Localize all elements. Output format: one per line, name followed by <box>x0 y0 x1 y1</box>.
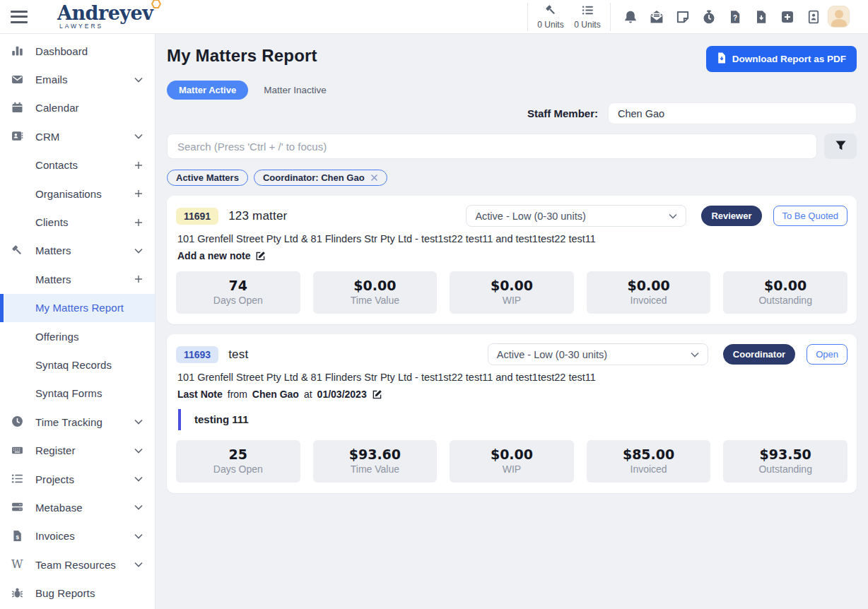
open-envelope-icon[interactable] <box>650 10 664 24</box>
sidebar-item-offerings[interactable]: Offerings <box>0 322 155 350</box>
sidebar-item-team-resources[interactable]: W Team Resources <box>0 550 155 579</box>
contact-card-icon[interactable] <box>807 10 821 24</box>
filter-chip-coordinator[interactable]: Coordinator: Chen Gao <box>254 170 387 186</box>
sidebar-item-label: Clients <box>35 216 134 228</box>
stat-label: Invoiced <box>587 295 711 306</box>
sidebar-item-label: Projects <box>35 473 134 485</box>
stat-value: 25 <box>176 447 300 462</box>
edit-note-icon[interactable] <box>372 389 382 400</box>
stat-value: $85.00 <box>587 447 711 462</box>
chevron-down-icon <box>134 532 143 540</box>
sidebar-item-organisations[interactable]: Organisations <box>0 179 155 208</box>
staff-member-input[interactable] <box>608 102 857 124</box>
add-note-link[interactable]: Add a new note <box>177 250 250 261</box>
brand-logo[interactable]: Andreyev LAWYERS <box>57 4 153 30</box>
list-units-counter[interactable]: 0 Units <box>569 4 606 30</box>
stat-time-value: $93.60 Time Value <box>313 440 438 483</box>
plus-icon[interactable] <box>134 161 143 170</box>
chip-label: Coordinator: Chen Gao <box>263 172 365 183</box>
stat-invoiced: $0.00 Invoiced <box>587 271 711 314</box>
stat-value: $0.00 <box>587 278 711 293</box>
search-input[interactable] <box>167 134 817 159</box>
last-note-at-word: at <box>304 389 312 400</box>
chevron-down-icon <box>134 247 143 255</box>
sidebar-item-label: Matters <box>35 273 134 285</box>
brand-name: Andreyev <box>57 4 153 23</box>
stat-label: Time Value <box>313 463 438 475</box>
file-question-icon[interactable]: ? <box>728 10 742 24</box>
sidebar-item-label: CRM <box>35 131 134 143</box>
sidebar-item-label: Register <box>35 444 134 456</box>
gavel-icon <box>11 244 27 257</box>
sidebar-item-metabase[interactable]: Metabase <box>0 493 155 521</box>
filter-chip-active-matters[interactable]: Active Matters <box>167 170 248 186</box>
sidebar-item-matters-sub[interactable]: Matters <box>0 265 155 293</box>
stat-outstanding: $0.00 Outstanding <box>723 271 848 314</box>
sidebar-item-syntaq-forms[interactable]: Syntaq Forms <box>0 379 155 408</box>
close-icon[interactable] <box>370 174 378 182</box>
plus-icon[interactable] <box>134 275 143 283</box>
list-icon <box>11 473 27 485</box>
last-note-prefix: Last Note <box>177 389 223 400</box>
sidebar-item-label: My Matters Report <box>35 302 143 314</box>
sidebar-item-crm[interactable]: CRM <box>0 122 155 150</box>
sidebar-item-projects[interactable]: Projects <box>0 465 155 493</box>
sidebar-item-label: Syntaq Forms <box>35 387 143 399</box>
sidebar-item-matters[interactable]: Matters <box>0 237 155 265</box>
sidebar-item-label: Team Resources <box>35 559 134 571</box>
svg-text:?: ? <box>733 13 737 21</box>
top-header: Andreyev LAWYERS 0 Units 0 Units <box>0 0 868 34</box>
stat-value: $93.60 <box>313 447 438 462</box>
sidebar-item-emails[interactable]: Emails <box>0 65 155 93</box>
envelope-icon <box>11 73 27 86</box>
sidebar-item-register[interactable]: Register <box>0 436 155 464</box>
calendar-icon <box>11 102 27 114</box>
matter-card: 11691 123 matter Active - Low (0-30 unit… <box>167 196 857 324</box>
chevron-down-icon <box>134 503 143 512</box>
matter-title: 123 matter <box>228 209 287 223</box>
stat-value: $93.50 <box>723 447 848 462</box>
plus-square-icon[interactable] <box>780 10 794 24</box>
filter-button[interactable] <box>824 134 857 159</box>
plus-icon[interactable] <box>134 189 143 198</box>
last-note-author: Chen Gao <box>252 389 299 400</box>
tab-matter-inactive[interactable]: Matter Inactive <box>264 85 327 95</box>
user-avatar[interactable] <box>828 6 850 28</box>
sidebar-item-dashboard[interactable]: Dashboard <box>0 37 155 65</box>
stat-outstanding: $93.50 Outstanding <box>723 440 848 483</box>
sticky-note-icon[interactable] <box>676 10 690 24</box>
chevron-down-icon <box>691 350 699 359</box>
matter-state-button[interactable]: Open <box>807 344 848 365</box>
gavel-units-counter[interactable]: 0 Units <box>532 4 569 30</box>
header-icon-group: ? <box>623 10 821 24</box>
sidebar-item-syntaq-records[interactable]: Syntaq Records <box>0 350 155 379</box>
sidebar-item-contacts[interactable]: Contacts <box>0 151 155 179</box>
bell-icon[interactable] <box>623 10 638 24</box>
funnel-icon <box>835 140 847 153</box>
sidebar-item-invoices[interactable]: $ Invoices <box>0 522 155 550</box>
matter-title: test <box>228 348 248 362</box>
matter-state-button[interactable]: To Be Quoted <box>773 206 848 226</box>
sidebar-item-calendar[interactable]: Calendar <box>0 94 155 122</box>
sidebar-item-bug-reports[interactable]: Bug Reports <box>0 579 155 607</box>
header-actions: 0 Units 0 Units ? <box>523 0 868 34</box>
hexagon-icon <box>151 0 161 11</box>
sidebar-item-label: Organisations <box>35 188 134 200</box>
sidebar-item-my-matters-report[interactable]: My Matters Report <box>0 294 155 322</box>
stopwatch-icon[interactable] <box>702 10 716 24</box>
plus-icon[interactable] <box>134 218 143 227</box>
edit-note-icon[interactable] <box>255 251 266 261</box>
matter-status-select[interactable]: Active - Low (0-30 units) <box>488 343 708 365</box>
menu-icon[interactable] <box>11 11 28 23</box>
matter-card: 11693 test Active - Low (0-30 units) Coo… <box>167 334 857 493</box>
chip-label: Active Matters <box>176 172 239 183</box>
chevron-down-icon <box>134 475 143 483</box>
matter-status-select[interactable]: Active - Low (0-30 units) <box>466 205 686 227</box>
sidebar-item-label: Invoices <box>35 530 134 542</box>
sidebar-item-clients[interactable]: Clients <box>0 208 155 236</box>
matter-id-badge: 11693 <box>176 346 218 363</box>
sidebar-item-time-tracking[interactable]: Time Tracking <box>0 408 155 436</box>
file-download-icon[interactable] <box>754 10 768 24</box>
tab-matter-active[interactable]: Matter Active <box>167 81 248 100</box>
download-report-button[interactable]: Download Report as PDF <box>706 46 857 72</box>
